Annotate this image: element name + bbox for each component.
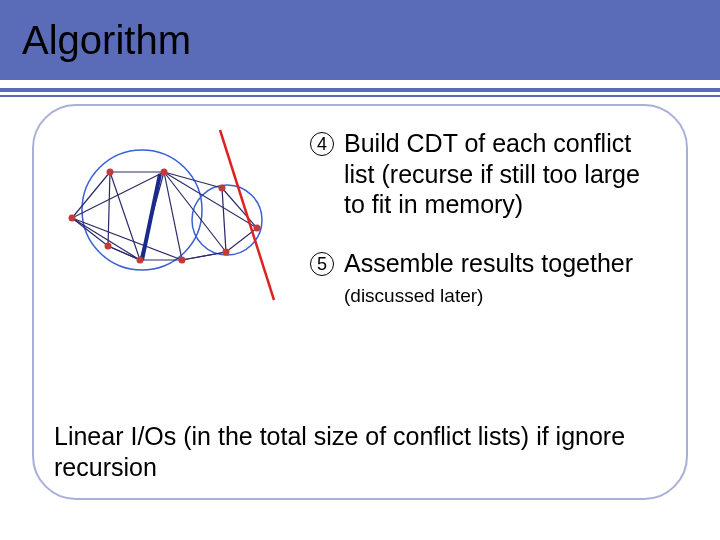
svg-line-10 [72,218,108,246]
svg-point-26 [161,169,168,176]
svg-point-31 [137,257,144,264]
bullet-number: 5 [310,252,334,276]
svg-line-14 [110,172,140,260]
svg-line-21 [182,252,226,260]
footer-text: Linear I/Os (in the total size of confli… [54,421,666,482]
bullet-number: 4 [310,132,334,156]
svg-line-33 [220,130,274,300]
bullet-item: 5 Assemble results together (discussed l… [310,248,666,309]
svg-point-30 [179,257,186,264]
svg-point-27 [219,185,226,192]
svg-point-29 [223,249,230,256]
svg-line-18 [164,172,226,252]
svg-line-20 [222,188,226,252]
svg-line-11 [72,218,140,260]
svg-line-17 [164,172,182,260]
slide-title: Algorithm [22,18,191,63]
triangulation-diagram [52,140,282,310]
bullet-text: Assemble results together (discussed lat… [344,248,666,309]
svg-point-24 [69,215,76,222]
svg-line-23 [142,174,160,260]
bullet-item: 4 Build CDT of each conflict list (recur… [310,128,666,220]
bullet-text: Build CDT of each conflict list (recurse… [344,128,666,220]
svg-line-15 [108,172,110,246]
svg-point-25 [107,169,114,176]
svg-point-28 [254,225,261,232]
svg-line-4 [164,172,222,188]
header-underline [0,80,720,97]
bullet-list: 4 Build CDT of each conflict list (recur… [310,128,666,337]
svg-line-22 [108,246,140,260]
svg-point-32 [105,243,112,250]
